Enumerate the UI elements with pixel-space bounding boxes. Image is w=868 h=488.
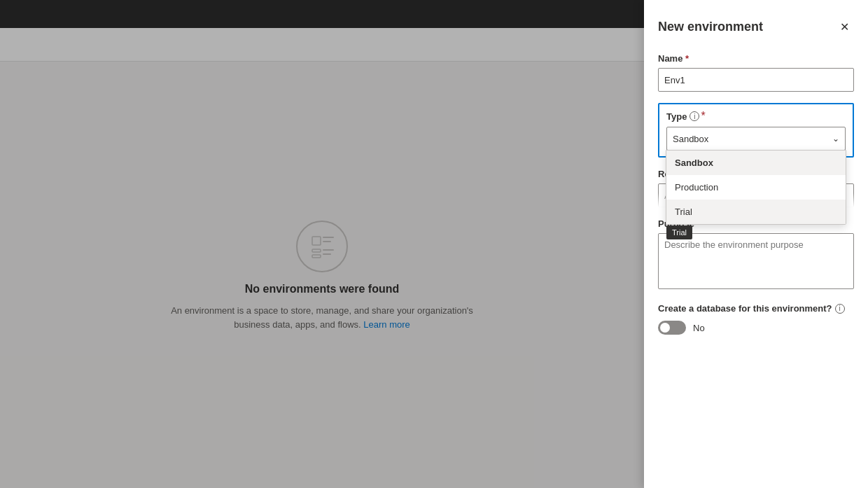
panel-header: New environment ✕ xyxy=(658,17,854,36)
database-section: Create a database for this environment? … xyxy=(658,303,854,335)
type-selected-value: Sandbox xyxy=(673,134,708,144)
type-option-trial[interactable]: Trial Trial xyxy=(666,200,846,224)
db-info-icon[interactable]: i xyxy=(835,304,845,314)
database-toggle-label: No xyxy=(693,323,705,333)
panel-title: New environment xyxy=(658,20,763,34)
close-button[interactable]: ✕ xyxy=(834,17,854,36)
database-label: Create a database for this environment? xyxy=(658,303,832,314)
name-required-marker: * xyxy=(685,53,689,64)
name-input[interactable] xyxy=(658,68,854,92)
database-toggle-row: No xyxy=(658,321,854,335)
type-required-marker: * xyxy=(701,110,705,123)
new-environment-panel: New environment ✕ Name * Type i * Sandbo… xyxy=(644,0,868,488)
type-label: Type xyxy=(666,111,687,122)
type-option-production[interactable]: Production xyxy=(666,175,846,200)
toggle-thumb xyxy=(660,323,670,333)
type-dropdown-trigger[interactable]: Sandbox ⌄ Sandbox Production Trial Trial xyxy=(666,127,846,151)
name-field-group: Name * xyxy=(658,53,854,92)
database-toggle[interactable] xyxy=(658,321,686,335)
type-field-group: Type i * Sandbox ⌄ Sandbox Production Tr… xyxy=(658,103,854,158)
chevron-down-icon: ⌄ xyxy=(832,134,839,144)
trial-tooltip: Trial xyxy=(666,225,692,239)
purpose-textarea[interactable] xyxy=(658,233,854,289)
name-label: Name * xyxy=(658,53,854,64)
database-label-row: Create a database for this environment? … xyxy=(658,303,854,314)
type-option-sandbox[interactable]: Sandbox xyxy=(666,151,846,175)
type-dropdown-list: Sandbox Production Trial Trial xyxy=(666,150,846,225)
type-info-icon[interactable]: i xyxy=(690,111,699,121)
